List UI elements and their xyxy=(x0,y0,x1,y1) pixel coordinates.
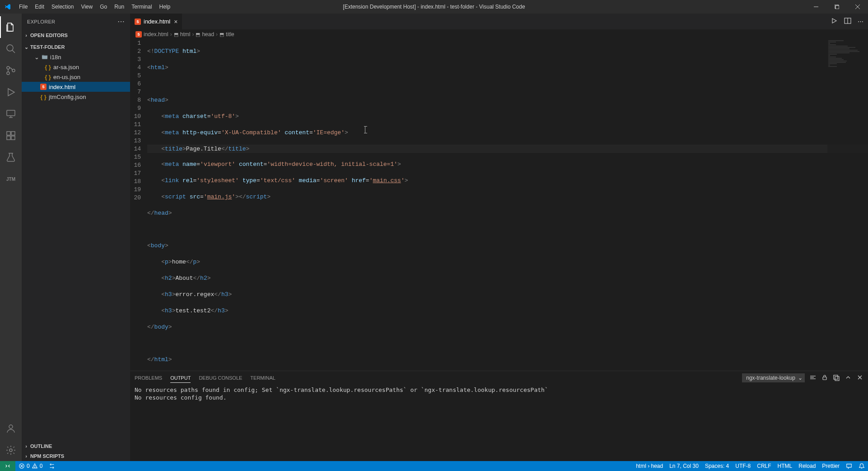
sidebar-more-icon[interactable]: ⋯ xyxy=(117,17,125,26)
panel-tab-output[interactable]: OUTPUT xyxy=(170,375,191,383)
activity-scm-icon[interactable] xyxy=(0,60,22,81)
activity-settings-icon[interactable] xyxy=(0,439,22,461)
activity-bar: JTM xyxy=(0,14,22,461)
activity-debug-icon[interactable] xyxy=(0,81,22,103)
status-encoding[interactable]: UTF-8 xyxy=(732,461,754,471)
status-breadcrumb[interactable]: html › head xyxy=(633,461,666,471)
tag-icon: ⬒ xyxy=(219,32,224,38)
menu-go[interactable]: Go xyxy=(96,0,111,14)
chevron-right-icon: › xyxy=(170,31,172,38)
tag-icon: ⬒ xyxy=(174,32,178,38)
activity-account-icon[interactable] xyxy=(0,418,22,439)
status-prettier-icon[interactable] xyxy=(46,461,58,471)
clear-output-icon[interactable] xyxy=(809,374,817,382)
open-log-icon[interactable] xyxy=(833,374,840,382)
breadcrumb-part[interactable]: title xyxy=(226,31,234,38)
svg-rect-2 xyxy=(835,5,839,9)
more-actions-icon[interactable]: ⋯ xyxy=(858,18,863,25)
svg-line-7 xyxy=(12,50,15,53)
status-feedback-icon[interactable] xyxy=(843,461,855,471)
sidebar: EXPLORER ⋯ › OPEN EDITORS ⌄ TEST-FOLDER … xyxy=(22,14,130,461)
svg-rect-18 xyxy=(11,132,15,135)
menu-file[interactable]: File xyxy=(15,0,31,14)
html-file-icon: 5 xyxy=(135,31,142,38)
status-ln-col[interactable]: Ln 7, Col 30 xyxy=(666,461,702,471)
status-language[interactable]: HTML xyxy=(775,461,796,471)
code-editor[interactable]: 1234567891011121314151617181920 <!DOCTYP… xyxy=(130,39,868,371)
tab-close-icon[interactable]: × xyxy=(174,18,177,25)
npm-scripts-header[interactable]: › NPM SCRIPTS xyxy=(22,451,130,461)
tab-label: index.html xyxy=(144,18,170,25)
folder-header[interactable]: ⌄ TEST-FOLDER xyxy=(22,42,130,52)
open-editors-header[interactable]: › OPEN EDITORS xyxy=(22,30,130,40)
svg-rect-15 xyxy=(7,132,10,135)
minimap[interactable] xyxy=(827,39,868,371)
panel-tab-terminal[interactable]: TERMINAL xyxy=(250,375,275,381)
window-minimize-icon[interactable] xyxy=(806,0,826,14)
chevron-down-icon: ⌄ xyxy=(34,54,39,61)
chevron-right-icon: › xyxy=(23,443,29,449)
svg-point-20 xyxy=(9,425,13,429)
tree-item-label: i18n xyxy=(50,54,61,61)
code-content[interactable]: <!DOCTYPE html> <html> <head> <meta char… xyxy=(147,39,868,371)
status-problems[interactable]: 0 0 xyxy=(15,461,46,471)
editor-area: 5 index.html × ⋯ 5 index.html › ⬒ html ›… xyxy=(130,14,868,461)
activity-extensions-icon[interactable] xyxy=(0,125,22,146)
window-close-icon[interactable] xyxy=(847,0,868,14)
status-spaces[interactable]: Spaces: 4 xyxy=(702,461,732,471)
menu-view[interactable]: View xyxy=(77,0,96,14)
activity-remote-icon[interactable] xyxy=(0,103,22,125)
vscode-logo-icon xyxy=(0,3,15,10)
svg-rect-30 xyxy=(835,377,839,381)
svg-rect-28 xyxy=(823,377,826,380)
breadcrumb[interactable]: 5 index.html › ⬒ html › ⬒ head › ⬒ title xyxy=(130,29,868,39)
outline-header[interactable]: › OUTLINE xyxy=(22,441,130,451)
svg-point-21 xyxy=(9,449,12,452)
breadcrumb-file[interactable]: index.html xyxy=(144,31,168,38)
panel-tab-debug-console[interactable]: DEBUG CONSOLE xyxy=(199,375,242,381)
breadcrumb-part[interactable]: head xyxy=(202,31,214,38)
chevron-right-icon: › xyxy=(192,31,194,38)
split-editor-icon[interactable] xyxy=(844,17,851,26)
lock-scroll-icon[interactable] xyxy=(821,374,828,382)
menu-selection[interactable]: Selection xyxy=(48,0,77,14)
tree-file-index-html[interactable]: 5 index.html xyxy=(22,82,130,92)
svg-rect-12 xyxy=(7,110,15,116)
menu-terminal[interactable]: Terminal xyxy=(128,0,155,14)
tree-file-jtmconfig[interactable]: { } jtmConfig.json xyxy=(22,92,130,102)
panel-expand-icon[interactable] xyxy=(845,374,852,382)
status-prettier[interactable]: Prettier xyxy=(819,461,843,471)
tree-file-ar-sa[interactable]: { } ar-sa.json xyxy=(22,62,130,72)
tree-item-label: index.html xyxy=(49,84,75,90)
activity-search-icon[interactable] xyxy=(0,38,22,60)
svg-marker-11 xyxy=(8,89,14,96)
html-file-icon: 5 xyxy=(135,19,141,25)
activity-explorer-icon[interactable] xyxy=(0,16,22,38)
tree-folder-i18n[interactable]: ⌄ i18n xyxy=(22,52,130,62)
status-bell-icon[interactable] xyxy=(855,461,868,471)
breadcrumb-part[interactable]: html xyxy=(180,31,191,38)
menu-help[interactable]: Help xyxy=(156,0,174,14)
sidebar-title: EXPLORER xyxy=(27,19,55,24)
svg-point-9 xyxy=(7,72,9,75)
status-eol[interactable]: CRLF xyxy=(754,461,774,471)
chevron-right-icon: › xyxy=(23,33,29,38)
output-channel-select[interactable]: ngx-translate-lookup ⌄ xyxy=(742,373,805,382)
activity-jtm-icon[interactable]: JTM xyxy=(0,168,22,190)
window-maximize-icon[interactable] xyxy=(826,0,847,14)
output-content[interactable]: No resources paths found in config; Set … xyxy=(130,385,868,461)
panel-tab-problems[interactable]: PROBLEMS xyxy=(135,375,162,381)
status-reload[interactable]: Reload xyxy=(795,461,819,471)
menu-run[interactable]: Run xyxy=(111,0,128,14)
remote-indicator-icon[interactable] xyxy=(0,461,15,471)
chevron-right-icon: › xyxy=(216,31,218,38)
tab-index-html[interactable]: 5 index.html × xyxy=(130,14,182,29)
menu-edit[interactable]: Edit xyxy=(31,0,48,14)
run-icon[interactable] xyxy=(831,17,838,26)
svg-rect-29 xyxy=(834,375,838,379)
activity-testing-icon[interactable] xyxy=(0,146,22,168)
json-file-icon: { } xyxy=(40,93,47,100)
window-title: [Extension Development Host] - index.htm… xyxy=(343,4,525,10)
tree-file-en-us[interactable]: { } en-us.json xyxy=(22,72,130,82)
panel-close-icon[interactable] xyxy=(856,374,863,382)
